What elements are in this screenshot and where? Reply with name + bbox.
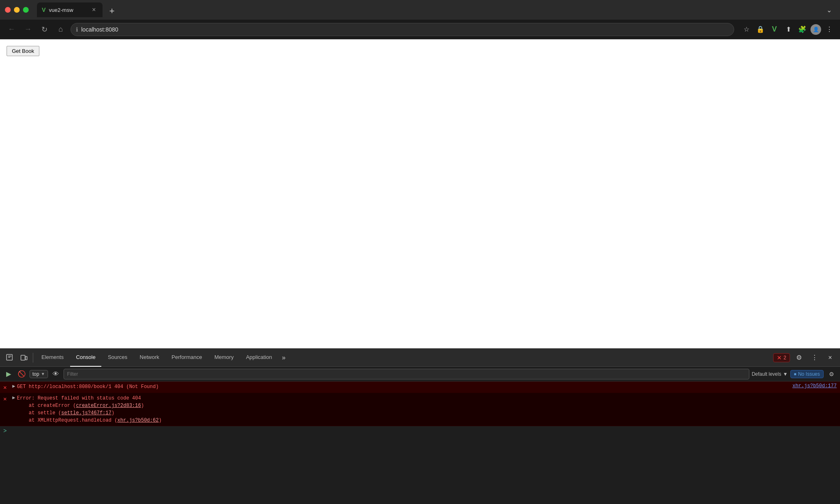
info-icon: ℹ	[76, 26, 78, 33]
nav-bar: ← → ↻ ⌂ ℹ localhost:8080 ☆ 🔒 V ⬆ 🧩 👤 ⋮	[0, 20, 840, 39]
expand-button[interactable]: ⌄	[823, 4, 835, 16]
console-toolbar: ▶ 🚫 top ▼ 👁 Default levels ▼ ■ No Issues…	[0, 367, 840, 381]
error-count: 2	[783, 355, 786, 361]
forward-button[interactable]: →	[21, 23, 34, 36]
svg-rect-2	[25, 356, 27, 360]
console-error-row-1: ✕ ▶ GET http://localhost:8080/book/1 404…	[0, 381, 840, 393]
console-prompt-symbol: >	[3, 428, 7, 434]
console-message-2: Error: Request failed with status code 4…	[17, 395, 837, 424]
tab-application[interactable]: Application	[240, 349, 278, 367]
new-tab-button[interactable]: +	[106, 5, 118, 17]
tab-network[interactable]: Network	[134, 349, 165, 367]
traffic-lights	[5, 7, 29, 13]
tab-sources[interactable]: Sources	[102, 349, 133, 367]
toolbar-separator	[33, 353, 33, 363]
devtools-close-button[interactable]: ×	[824, 351, 837, 364]
cursor-extension-icon[interactable]: ⬆	[783, 24, 794, 35]
profile-avatar[interactable]: 👤	[810, 24, 821, 35]
tabs-bar: V vue2-msw × +	[37, 2, 819, 17]
get-book-button[interactable]: Get Book	[7, 46, 39, 56]
console-input-row[interactable]: >	[0, 426, 840, 438]
menu-button[interactable]: ⋮	[824, 24, 835, 35]
vue-devtools-icon[interactable]: V	[769, 24, 780, 35]
page-content: Get Book	[0, 39, 840, 348]
console-play-button[interactable]: ▶	[3, 369, 14, 379]
console-error-row-2: ✕ ▶ Error: Request failed with status co…	[0, 393, 840, 426]
no-issues-label: No Issues	[798, 371, 820, 377]
xhr-link[interactable]: xhr.js?b50d:62	[117, 418, 159, 423]
bookmark-button[interactable]: ☆	[741, 24, 752, 35]
console-content: ✕ ▶ GET http://localhost:8080/book/1 404…	[0, 381, 840, 504]
extensions-button[interactable]: 🧩	[797, 24, 808, 35]
error-icon-2: ✕	[3, 395, 10, 402]
console-message-1: GET http://localhost:8080/book/1 404 (No…	[17, 383, 786, 390]
more-tabs-button[interactable]: »	[278, 354, 289, 361]
tab-memory[interactable]: Memory	[209, 349, 240, 367]
devtools-settings-button[interactable]: ⚙	[792, 351, 806, 364]
devtools-panel: Elements Console Sources Network Perform…	[0, 348, 840, 504]
console-source-1[interactable]: xhr.js?b50d:177	[786, 383, 837, 389]
browser-tab[interactable]: V vue2-msw ×	[37, 2, 103, 17]
expand-arrow-2[interactable]: ▶	[12, 395, 15, 401]
console-settings-button[interactable]: ⚙	[826, 369, 837, 379]
extension-lock-icon[interactable]: 🔒	[755, 24, 766, 35]
tab-elements[interactable]: Elements	[36, 349, 69, 367]
tab-console[interactable]: Console	[70, 349, 101, 367]
devtools-more-button[interactable]: ⋮	[808, 351, 821, 364]
fullscreen-traffic-light[interactable]	[23, 7, 29, 13]
back-button[interactable]: ←	[5, 23, 18, 36]
create-error-link[interactable]: createError.js?2d83:16	[76, 403, 141, 409]
console-block-button[interactable]: 🚫	[16, 369, 27, 379]
error-icon-1: ✕	[3, 384, 10, 391]
title-bar-right: ⌄	[823, 4, 835, 16]
device-toggle-button[interactable]	[17, 351, 30, 364]
levels-button[interactable]: Default levels ▼	[752, 371, 788, 377]
no-issues-badge[interactable]: ■ No Issues	[790, 370, 824, 378]
tab-favicon: V	[42, 7, 46, 13]
expand-arrow-1[interactable]: ▶	[12, 383, 15, 389]
title-bar: V vue2-msw × + ⌄	[0, 0, 840, 20]
nav-right-controls: ☆ 🔒 V ⬆ 🧩 👤 ⋮	[741, 24, 835, 35]
context-label: top	[32, 371, 39, 377]
eye-button[interactable]: 👁	[50, 369, 61, 379]
filter-input[interactable]	[64, 369, 749, 379]
address-text: localhost:8080	[81, 26, 118, 33]
issues-icon: ■	[794, 372, 797, 376]
home-button[interactable]: ⌂	[54, 23, 67, 36]
minimize-traffic-light[interactable]	[14, 7, 20, 13]
context-dropdown-arrow: ▼	[41, 372, 45, 376]
error-x-icon: ✕	[777, 354, 782, 361]
close-traffic-light[interactable]	[5, 7, 11, 13]
tab-performance[interactable]: Performance	[166, 349, 208, 367]
devtools-right-controls: ✕ 2 ⚙ ⋮ ×	[773, 351, 837, 364]
inspect-element-button[interactable]	[3, 351, 16, 364]
tab-title: vue2-msw	[49, 7, 87, 13]
reload-button[interactable]: ↻	[38, 23, 51, 36]
tab-close-button[interactable]: ×	[90, 6, 98, 14]
svg-rect-1	[21, 355, 25, 360]
error-count-badge[interactable]: ✕ 2	[773, 353, 790, 362]
address-bar[interactable]: ℹ localhost:8080	[71, 23, 734, 36]
devtools-toolbar: Elements Console Sources Network Perform…	[0, 349, 840, 367]
settle-link[interactable]: settle.js?467f:17	[61, 410, 111, 416]
console-context-select[interactable]: top ▼	[30, 370, 48, 378]
